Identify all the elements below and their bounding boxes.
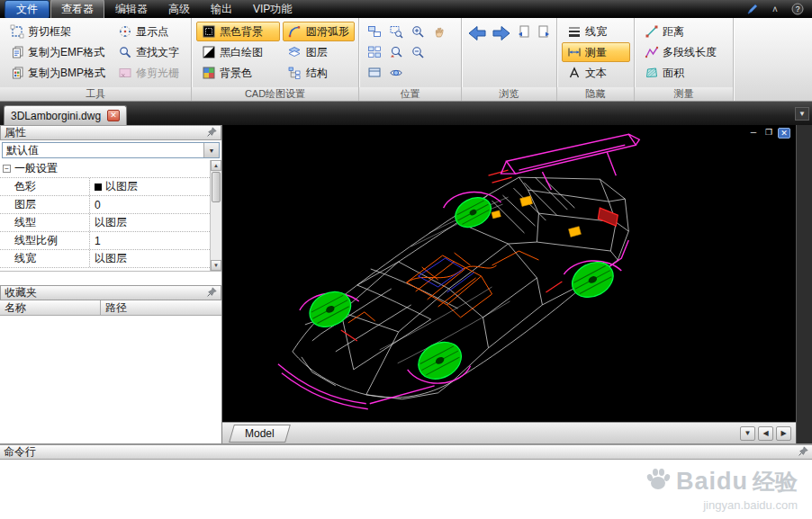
preset-dropdown-value: 默认值 <box>6 143 39 158</box>
window-pan-icon[interactable] <box>364 22 384 41</box>
measure-toggle-button[interactable]: 测量 <box>562 42 630 62</box>
zoom-in-icon[interactable] <box>407 22 428 41</box>
distance-button[interactable]: 距离 <box>639 22 729 41</box>
zoom-out-icon[interactable] <box>407 42 428 62</box>
forward-arrow-icon[interactable] <box>491 22 512 45</box>
find-text-icon <box>117 45 132 59</box>
property-row-layer[interactable]: 图层 0 <box>0 196 210 214</box>
area-button[interactable]: 面积 <box>639 63 729 83</box>
titlebar: 文件 查看器 编辑器 高级 输出 VIP功能 ˄ ? <box>0 0 812 18</box>
trim-raster-icon <box>117 66 132 80</box>
property-label: 色彩 <box>0 178 90 195</box>
property-group-row[interactable]: − 一般设置 <box>0 160 210 178</box>
properties-panel-title: 属性 <box>5 125 26 140</box>
ribbon-group-tools: 剪切框架 复制为EMF格式 复制为BMP格式 显示点 查找文 <box>0 18 192 101</box>
polyline-length-button[interactable]: 多段线长度 <box>639 42 729 62</box>
hand-pan-icon[interactable] <box>429 22 449 41</box>
command-line-panel: 命令行 Baidu 经验 jingyan.baidu.com <box>0 443 812 519</box>
model-tab[interactable]: Model <box>229 425 290 443</box>
column-header-name[interactable]: 名称 <box>0 300 101 316</box>
tab-vip[interactable]: VIP功能 <box>243 0 302 19</box>
bw-drawing-button[interactable]: 黑白绘图 <box>196 42 280 62</box>
back-arrow-icon[interactable] <box>466 22 488 45</box>
watermark-suffix: 经验 <box>753 467 798 497</box>
pin-icon[interactable] <box>207 127 217 139</box>
layers-icon <box>287 45 302 59</box>
structure-button[interactable]: 结构 <box>283 63 355 83</box>
button-label: 复制为BMP格式 <box>28 66 105 81</box>
button-label: 面积 <box>663 66 684 81</box>
property-grid-scrollbar[interactable]: ▲ ▼ <box>210 160 221 271</box>
ribbon-group-cad-settings: 黑色背景 黑白绘图 背景色 圆滑弧形 图层 <box>192 18 359 101</box>
copy-emf-button[interactable]: 复制为EMF格式 <box>5 42 110 62</box>
page-back-icon[interactable] <box>515 22 533 41</box>
document-tab[interactable]: 3DLamborgini.dwg ✕ <box>4 105 127 125</box>
zoom-previous-icon[interactable] <box>385 42 406 62</box>
show-points-button[interactable]: 显示点 <box>113 22 187 41</box>
favorites-panel-header: 收藏夹 <box>0 285 221 300</box>
find-text-button[interactable]: 查找文字 <box>113 42 187 62</box>
crop-frame-button[interactable]: 剪切框架 <box>5 22 110 41</box>
background-color-button[interactable]: 背景色 <box>196 63 280 83</box>
help-icon[interactable]: ? <box>790 3 805 16</box>
svg-text:?: ? <box>796 4 800 13</box>
panel-collapse-chevron-icon[interactable]: ▼ <box>795 107 809 121</box>
collapsed-right-panel[interactable] <box>796 125 812 443</box>
distance-icon <box>644 24 659 39</box>
zoom-window-icon[interactable] <box>385 22 406 41</box>
collapse-tree-icon[interactable]: − <box>3 165 11 173</box>
ribbon-group-browse: 浏览 <box>462 18 557 101</box>
page-forward-icon[interactable] <box>536 22 554 41</box>
preset-dropdown[interactable]: 默认值 ▼ <box>2 142 220 158</box>
orbit-3d-icon[interactable] <box>385 63 406 83</box>
pin-icon[interactable] <box>798 446 808 459</box>
drawing-canvas[interactable]: ─ ❐ ✕ <box>222 125 796 422</box>
window-tile-icon[interactable] <box>364 42 384 62</box>
trim-raster-button: 修剪光栅 <box>113 63 187 83</box>
prev-layout-icon[interactable]: ◀ <box>758 426 773 441</box>
property-row-lineweight[interactable]: 线宽 以图层 <box>0 250 210 268</box>
panel-gap <box>0 272 221 285</box>
favorites-list-empty[interactable] <box>0 316 221 443</box>
collapse-ribbon-icon[interactable]: ˄ <box>768 3 782 16</box>
close-icon[interactable]: ✕ <box>778 128 790 139</box>
property-value: 1 <box>95 235 101 247</box>
copy-bmp-button[interactable]: 复制为BMP格式 <box>5 63 110 83</box>
pin-icon[interactable] <box>207 287 217 300</box>
tab-advanced[interactable]: 高级 <box>158 0 200 19</box>
measure-toggle-icon <box>566 45 582 59</box>
smooth-arc-button[interactable]: 圆滑弧形 <box>283 22 355 41</box>
restore-icon[interactable]: ❐ <box>762 128 775 139</box>
text-button[interactable]: 文本 <box>562 63 630 83</box>
layout-dropdown-icon[interactable]: ▼ <box>740 426 755 441</box>
property-row-linetype-scale[interactable]: 线型比例 1 <box>0 232 210 250</box>
scrollbar-thumb[interactable] <box>212 172 221 202</box>
close-document-icon[interactable]: ✕ <box>107 110 120 121</box>
car-wireframe <box>222 125 796 422</box>
next-layout-icon[interactable]: ▶ <box>776 426 791 441</box>
property-row-linetype[interactable]: 线型 以图层 <box>0 214 210 232</box>
tab-output[interactable]: 输出 <box>201 0 242 19</box>
left-panel: 属性 默认值 ▼ − 一般设置 色彩 以图层 图层 0 线 <box>0 125 222 443</box>
scroll-down-icon[interactable]: ▼ <box>211 260 221 271</box>
column-header-path[interactable]: 路径 <box>101 300 221 316</box>
property-value: 以图层 <box>105 179 138 194</box>
command-panel-title: 命令行 <box>4 444 36 460</box>
ribbon-group-measure: 距离 多段线长度 面积 测量 <box>635 18 734 101</box>
lineweight-button[interactable]: 线宽 <box>562 22 630 41</box>
black-background-button[interactable]: 黑色背景 <box>196 22 280 41</box>
property-row-color[interactable]: 色彩 以图层 <box>0 178 210 196</box>
scroll-up-icon[interactable]: ▲ <box>211 160 221 171</box>
favorites-panel-title: 收藏夹 <box>5 285 37 300</box>
group-label-measure: 测量 <box>635 87 733 101</box>
button-label: 多段线长度 <box>663 45 717 60</box>
named-views-icon[interactable] <box>364 63 384 83</box>
tab-editor[interactable]: 编辑器 <box>105 0 158 19</box>
layers-button[interactable]: 图层 <box>283 42 355 62</box>
pen-icon[interactable] <box>745 3 760 16</box>
minimize-icon[interactable]: ─ <box>747 128 760 139</box>
tab-viewer[interactable]: 查看器 <box>50 0 104 19</box>
file-menu-button[interactable]: 文件 <box>5 0 50 19</box>
background-color-icon <box>201 66 216 80</box>
chevron-down-icon[interactable]: ▼ <box>203 143 219 157</box>
